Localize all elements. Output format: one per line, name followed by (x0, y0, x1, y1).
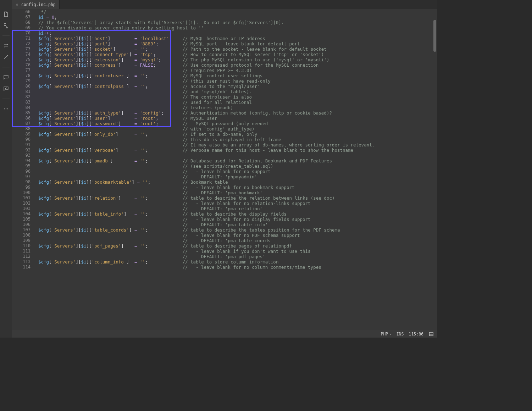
sidebar-divider-3 (2, 99, 10, 99)
language-label: PHP (381, 332, 388, 337)
file-icon[interactable] (2, 11, 10, 18)
cursor-position[interactable]: 115:86 (409, 332, 423, 337)
svg-rect-6 (430, 332, 433, 335)
chevron-down-icon: ▾ (389, 332, 391, 336)
app-root: × config.inc.php 66676869707172737475767… (0, 0, 437, 338)
activity-bar (0, 0, 12, 338)
wand-icon[interactable] (2, 54, 10, 61)
code-area[interactable]: */$i = 0;// The $cfg['Servers'] array st… (35, 9, 437, 330)
sidebar-divider-2 (2, 67, 10, 67)
scrollbar-vertical[interactable] (433, 20, 436, 52)
sidebar-divider (2, 35, 10, 36)
editor[interactable]: 6667686970717273747576777879808182838485… (12, 9, 437, 330)
git-icon[interactable] (2, 22, 10, 29)
svg-point-2 (6, 27, 7, 28)
language-selector[interactable]: PHP ▾ (381, 332, 391, 337)
swap-icon[interactable] (2, 42, 10, 49)
tab-filename: config.inc.php (21, 2, 56, 7)
comment-icon[interactable] (2, 74, 10, 81)
line-gutter: 6667686970717273747576777879808182838485… (12, 9, 35, 330)
tab-config[interactable]: × config.inc.php (12, 0, 60, 9)
more-icon[interactable] (2, 105, 10, 112)
insert-mode[interactable]: INS (397, 332, 404, 337)
status-bar: PHP ▾ INS 115:86 (12, 330, 437, 338)
svg-point-5 (7, 109, 8, 109)
panel-icon[interactable] (428, 331, 434, 337)
svg-point-3 (4, 109, 5, 109)
svg-point-4 (5, 109, 6, 109)
close-icon[interactable]: × (16, 2, 18, 7)
tab-bar: × config.inc.php (12, 0, 437, 9)
comment-check-icon[interactable] (2, 85, 10, 92)
main-area: × config.inc.php 66676869707172737475767… (12, 0, 437, 338)
